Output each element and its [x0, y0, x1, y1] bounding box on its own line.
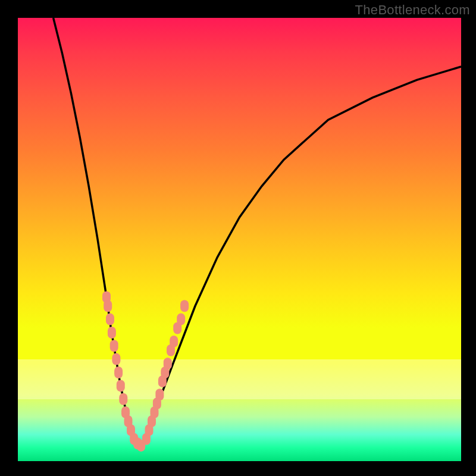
marker-dot: [114, 367, 123, 378]
curve-right: [142, 67, 461, 443]
marker-dot: [108, 327, 116, 339]
marker-dot: [110, 340, 118, 352]
curve-left: [54, 18, 138, 443]
curve-group: [54, 18, 461, 443]
marker-dot: [104, 300, 112, 312]
chart-frame: TheBottleneck.com: [0, 0, 476, 476]
marker-dot: [155, 389, 164, 400]
chart-svg: [18, 18, 461, 461]
marker-dot: [164, 358, 172, 369]
marker-dot: [119, 393, 127, 405]
plot-area: [18, 18, 461, 461]
watermark-text: TheBottleneck.com: [355, 2, 470, 18]
marker-dot: [112, 353, 120, 365]
highlight-markers: [102, 291, 189, 452]
marker-dot: [180, 300, 189, 312]
marker-dot: [106, 314, 114, 325]
marker-dot: [177, 314, 185, 325]
marker-dot: [117, 380, 125, 392]
marker-dot: [170, 336, 178, 347]
